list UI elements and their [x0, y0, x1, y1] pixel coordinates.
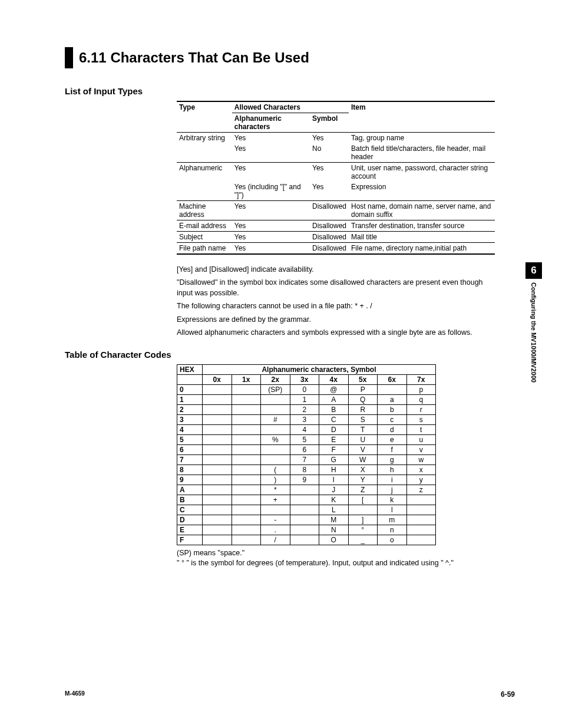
- table-cell: (SP): [261, 384, 290, 394]
- table-cell: H: [319, 465, 349, 475]
- table-cell: [261, 404, 290, 414]
- th-col: 7x: [406, 374, 436, 384]
- table-row: 22BRbr: [177, 404, 436, 414]
- table-cell: E: [319, 434, 349, 444]
- note-line: "Disallowed" in the symbol box indicates…: [177, 277, 495, 298]
- row-key: E: [177, 525, 203, 535]
- table-cell: Tag, group name: [349, 133, 495, 144]
- table-cell: Subject: [177, 232, 232, 243]
- table-cell: [203, 505, 232, 515]
- table-cell: Yes: [310, 163, 349, 182]
- input-types-table: Type Allowed Characters Item Alphanumeri…: [177, 101, 495, 255]
- th-span: Alphanumeric characters, Symbol: [203, 364, 436, 374]
- subhead-input-types: List of Input Types: [65, 86, 515, 96]
- th-col: 6x: [378, 374, 407, 384]
- table-cell: [406, 525, 436, 535]
- table-cell: [177, 182, 232, 201]
- notes-block: [Yes] and [Disallowed] indicate availabi…: [177, 264, 495, 338]
- table-cell: W: [348, 454, 378, 465]
- table-cell: [406, 515, 436, 525]
- table-cell: f: [378, 444, 407, 454]
- table-cell: /: [261, 535, 290, 545]
- table-cell: [232, 414, 261, 424]
- table-cell: r: [406, 404, 436, 414]
- table-cell: M: [319, 515, 349, 525]
- table-row: 66FVfv: [177, 444, 436, 454]
- table-cell: S: [348, 414, 378, 424]
- table-row: Machine addressYesDisallowedHost name, d…: [177, 201, 495, 220]
- table-cell: Host name, domain name, server name, and…: [349, 201, 495, 220]
- table-row: F/O_o: [177, 535, 436, 545]
- row-key: C: [177, 505, 203, 515]
- table-cell: 3: [290, 414, 319, 424]
- table-cell: Y: [348, 475, 378, 485]
- table-cell: [290, 525, 319, 535]
- table-cell: [232, 485, 261, 495]
- table-cell: w: [406, 454, 436, 465]
- table-cell: Disallowed: [310, 243, 349, 255]
- table-row: A*JZjz: [177, 485, 436, 495]
- note-line: [Yes] and [Disallowed] indicate availabi…: [177, 264, 495, 275]
- table-cell: [378, 384, 407, 394]
- table-row: D-M]m: [177, 515, 436, 525]
- note-line: Expressions are defined by the grammar.: [177, 314, 495, 325]
- table-cell: [290, 485, 319, 495]
- table-cell: Arbitrary string: [177, 133, 232, 144]
- table-row: YesNoBatch field title/characters, file …: [177, 143, 495, 163]
- table-cell: #: [261, 414, 290, 424]
- table-cell: [261, 424, 290, 434]
- th-hex: HEX: [177, 364, 203, 374]
- table-cell: U: [348, 434, 378, 444]
- row-key: 1: [177, 394, 203, 404]
- table-cell: [232, 495, 261, 505]
- table-cell: Yes: [232, 243, 310, 255]
- table-cell: p: [406, 384, 436, 394]
- th-col: 2x: [261, 374, 290, 384]
- table-cell: A: [319, 394, 349, 404]
- row-key: A: [177, 485, 203, 495]
- table-cell: [203, 444, 232, 454]
- table-cell: F: [319, 444, 349, 454]
- table-row: Arbitrary stringYesYesTag, group name: [177, 133, 495, 144]
- table-cell: .: [261, 525, 290, 535]
- table-cell: +: [261, 495, 290, 505]
- table-cell: [348, 505, 378, 515]
- table-cell: [203, 424, 232, 434]
- row-key: 8: [177, 465, 203, 475]
- table-cell: [232, 454, 261, 465]
- table-cell: N: [319, 525, 349, 535]
- table-cell: Q: [348, 394, 378, 404]
- table-cell: Yes: [232, 133, 310, 144]
- table-cell: 1: [290, 394, 319, 404]
- table-cell: Mail title: [349, 232, 495, 243]
- table-cell: [203, 525, 232, 535]
- table-row: 3#3CScs: [177, 414, 436, 424]
- table-cell: [203, 394, 232, 404]
- row-key: 9: [177, 475, 203, 485]
- table-cell: Expression: [349, 182, 495, 201]
- th-col: 4x: [319, 374, 349, 384]
- table-cell: [203, 454, 232, 465]
- table-cell: 9: [290, 475, 319, 485]
- table-cell: k: [378, 495, 407, 505]
- table-cell: [203, 404, 232, 414]
- table-row: CLl: [177, 505, 436, 515]
- table-cell: [232, 515, 261, 525]
- th-item: Item: [349, 101, 495, 133]
- row-key: B: [177, 495, 203, 505]
- table-row: Yes (including "[" and "]")YesExpression: [177, 182, 495, 201]
- table-cell: [232, 394, 261, 404]
- table-cell: D: [319, 424, 349, 434]
- table-cell: [261, 444, 290, 454]
- row-key: F: [177, 535, 203, 545]
- subhead-char-codes: Table of Character Codes: [65, 350, 515, 360]
- row-key: 7: [177, 454, 203, 465]
- table-cell: L: [319, 505, 349, 515]
- table-cell: O: [319, 535, 349, 545]
- section-heading: 6.11 Characters That Can Be Used: [65, 47, 515, 68]
- table-cell: Unit, user name, password, character str…: [349, 163, 495, 182]
- table-cell: [261, 505, 290, 515]
- table-cell: (: [261, 465, 290, 475]
- table-cell: Yes: [232, 143, 310, 163]
- table-cell: Machine address: [177, 201, 232, 220]
